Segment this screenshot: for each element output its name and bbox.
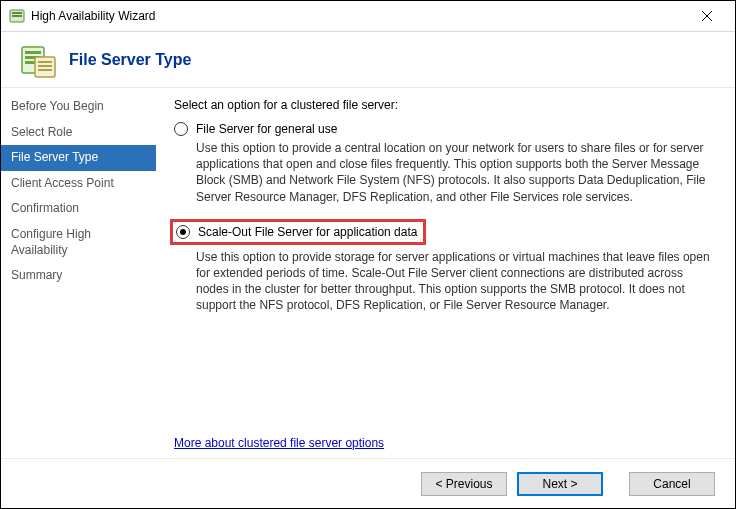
option-scale-out: Scale-Out File Server for application da… bbox=[174, 219, 717, 314]
radio-general-use[interactable]: File Server for general use bbox=[174, 122, 717, 136]
prompt-text: Select an option for a clustered file se… bbox=[174, 98, 717, 112]
step-summary[interactable]: Summary bbox=[1, 263, 156, 289]
window-title: High Availability Wizard bbox=[31, 9, 687, 23]
svg-rect-1 bbox=[12, 12, 22, 14]
page-title: File Server Type bbox=[69, 51, 191, 69]
next-button[interactable]: Next > bbox=[517, 472, 603, 496]
radio-icon bbox=[176, 225, 190, 239]
svg-rect-2 bbox=[12, 15, 22, 17]
step-file-server-type[interactable]: File Server Type bbox=[1, 145, 156, 171]
app-icon bbox=[9, 8, 25, 24]
help-link[interactable]: More about clustered file server options bbox=[174, 436, 384, 450]
wizard-window: High Availability Wizard File Server Typ… bbox=[0, 0, 736, 509]
highlight-box: Scale-Out File Server for application da… bbox=[170, 219, 426, 245]
titlebar: High Availability Wizard bbox=[1, 1, 735, 31]
page-header: File Server Type bbox=[1, 31, 735, 87]
radio-icon bbox=[174, 122, 188, 136]
step-confirmation[interactable]: Confirmation bbox=[1, 196, 156, 222]
option-label: File Server for general use bbox=[196, 122, 337, 136]
svg-rect-12 bbox=[38, 69, 52, 71]
option-desc: Use this option to provide a central loc… bbox=[196, 140, 717, 205]
option-general-use: File Server for general use Use this opt… bbox=[174, 122, 717, 205]
option-desc: Use this option to provide storage for s… bbox=[196, 249, 717, 314]
step-select-role[interactable]: Select Role bbox=[1, 120, 156, 146]
svg-rect-10 bbox=[38, 61, 52, 63]
svg-rect-11 bbox=[38, 65, 52, 67]
step-sidebar: Before You Begin Select Role File Server… bbox=[1, 88, 156, 458]
radio-scale-out[interactable]: Scale-Out File Server for application da… bbox=[176, 225, 417, 239]
close-button[interactable] bbox=[687, 2, 727, 30]
svg-rect-6 bbox=[25, 51, 41, 54]
cancel-button[interactable]: Cancel bbox=[629, 472, 715, 496]
wizard-body: Before You Begin Select Role File Server… bbox=[1, 87, 735, 458]
option-label: Scale-Out File Server for application da… bbox=[198, 225, 417, 239]
help-link-row: More about clustered file server options bbox=[174, 406, 717, 450]
button-row: < Previous Next > Cancel bbox=[1, 458, 735, 508]
step-configure-high-availability[interactable]: Configure High Availability bbox=[1, 222, 156, 263]
previous-button[interactable]: < Previous bbox=[421, 472, 507, 496]
step-before-you-begin[interactable]: Before You Begin bbox=[1, 94, 156, 120]
content-pane: Select an option for a clustered file se… bbox=[156, 88, 735, 458]
wizard-header-icon bbox=[19, 41, 57, 79]
step-client-access-point[interactable]: Client Access Point bbox=[1, 171, 156, 197]
